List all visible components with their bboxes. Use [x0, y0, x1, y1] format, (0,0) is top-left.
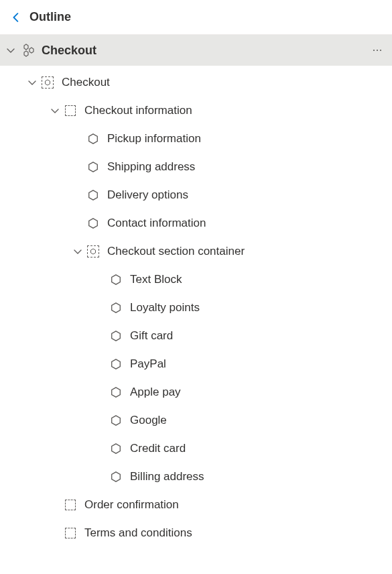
- slot-icon: [63, 103, 78, 118]
- svg-marker-6: [46, 80, 50, 85]
- tree-item-label: Pickup information: [107, 132, 201, 146]
- svg-marker-19: [112, 472, 121, 481]
- svg-marker-8: [89, 162, 98, 172]
- tree-item-label: Text Block: [130, 273, 182, 286]
- outline-header: Outline: [0, 0, 392, 35]
- svg-point-4: [377, 50, 378, 51]
- tree-item[interactable]: Checkout: [0, 68, 392, 97]
- chevron-left-icon: [11, 13, 21, 22]
- chevron-down-icon[interactable]: [70, 247, 86, 255]
- hexagon-icon: [109, 413, 123, 428]
- tree-item[interactable]: Contact information: [0, 209, 392, 237]
- tree-item[interactable]: Gift card: [0, 322, 392, 350]
- svg-marker-7: [89, 134, 98, 144]
- svg-marker-16: [112, 388, 121, 397]
- chevron-down-icon[interactable]: [24, 78, 40, 87]
- tree-item[interactable]: Credit card: [0, 435, 392, 463]
- hexagon-icon: [109, 469, 123, 484]
- tree-item-label: Contact information: [107, 217, 206, 230]
- container-icon: [40, 75, 55, 90]
- tree-root[interactable]: Checkout: [0, 35, 392, 66]
- root-label: Checkout: [42, 44, 367, 58]
- hexagon-icon: [109, 300, 123, 315]
- hexagon-icon: [86, 216, 101, 231]
- outline-title: Outline: [29, 10, 71, 24]
- more-button[interactable]: [367, 40, 388, 61]
- container-icon: [86, 244, 101, 259]
- slot-icon: [63, 526, 78, 540]
- tree-item[interactable]: Apple pay: [0, 378, 392, 406]
- svg-marker-0: [24, 44, 28, 50]
- tree-item[interactable]: Text Block: [0, 266, 392, 294]
- tree-item[interactable]: Order confirmation: [0, 491, 392, 519]
- hexagon-icon: [109, 329, 123, 343]
- svg-point-5: [380, 50, 381, 51]
- tree-item-label: Delivery options: [107, 188, 188, 202]
- svg-marker-17: [112, 416, 121, 425]
- more-horizontal-icon: [372, 45, 383, 56]
- tree-item[interactable]: Terms and conditions: [0, 519, 392, 547]
- svg-marker-1: [29, 48, 34, 53]
- svg-marker-13: [112, 303, 121, 312]
- svg-marker-11: [91, 249, 96, 254]
- tree-item[interactable]: Delivery options: [0, 181, 392, 209]
- svg-marker-2: [24, 51, 28, 56]
- slot-icon: [63, 498, 78, 512]
- tree-item-label: Gift card: [130, 329, 173, 343]
- tree-item[interactable]: PayPal: [0, 350, 392, 378]
- tree-item-label: Checkout section container: [107, 245, 245, 258]
- outline-tree: CheckoutCheckout informationPickup infor…: [0, 66, 392, 547]
- svg-point-3: [373, 50, 375, 51]
- tree-item[interactable]: Google: [0, 406, 392, 435]
- chevron-down-icon[interactable]: [3, 46, 19, 54]
- hexagon-icon: [86, 188, 101, 203]
- tree-item-label: Checkout information: [84, 104, 192, 117]
- tree-item-label: Credit card: [130, 442, 186, 455]
- chevron-down-icon[interactable]: [47, 107, 63, 115]
- svg-marker-18: [112, 444, 121, 453]
- hexagon-icon: [86, 160, 101, 174]
- tree-item[interactable]: Loyalty points: [0, 294, 392, 322]
- svg-marker-9: [89, 190, 98, 200]
- hexagon-icon: [109, 385, 123, 400]
- tree-item[interactable]: Shipping address: [0, 153, 392, 181]
- tree-item-label: Google: [130, 414, 167, 427]
- tree-item-label: Checkout: [62, 76, 110, 89]
- tree-item-label: Apple pay: [130, 386, 181, 399]
- tree-item-label: Terms and conditions: [84, 526, 192, 540]
- tree-item-label: Billing address: [130, 470, 204, 483]
- tree-item[interactable]: Billing address: [0, 463, 392, 491]
- hexagon-icon: [109, 357, 123, 371]
- tree-item-label: Shipping address: [107, 160, 195, 174]
- tree-item[interactable]: Pickup information: [0, 125, 392, 153]
- svg-marker-14: [112, 331, 121, 341]
- svg-marker-15: [112, 359, 121, 369]
- back-button[interactable]: [7, 8, 25, 27]
- tree-item-label: Order confirmation: [84, 498, 179, 512]
- tree-item-label: Loyalty points: [130, 301, 200, 314]
- svg-marker-12: [112, 275, 121, 284]
- hexagon-icon: [109, 441, 123, 456]
- svg-marker-10: [89, 219, 98, 228]
- tree-item[interactable]: Checkout section container: [0, 237, 392, 266]
- modules-icon: [20, 44, 38, 57]
- hexagon-icon: [109, 272, 123, 287]
- tree-item[interactable]: Checkout information: [0, 97, 392, 125]
- tree-item-label: PayPal: [130, 357, 166, 371]
- hexagon-icon: [86, 131, 101, 146]
